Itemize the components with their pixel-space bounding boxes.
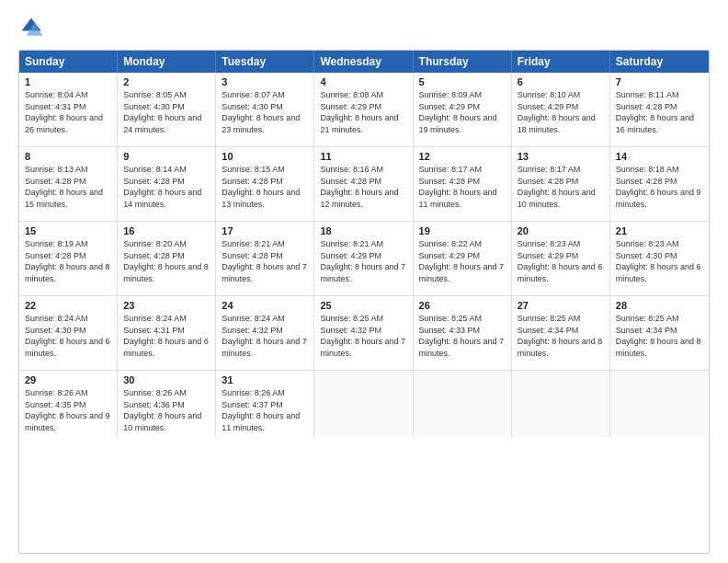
header-monday: Monday	[118, 51, 216, 73]
header-sunday: Sunday	[19, 51, 118, 73]
cell-info: Sunrise: 8:18 AM Sunset: 4:28 PM Dayligh…	[616, 164, 703, 210]
day-number: 4	[320, 76, 406, 87]
cell-info: Sunrise: 8:16 AM Sunset: 4:28 PM Dayligh…	[320, 164, 406, 210]
day-number: 9	[123, 151, 210, 162]
calendar-row-2: 8Sunrise: 8:13 AM Sunset: 4:28 PM Daylig…	[19, 146, 709, 221]
calendar-body: 1Sunrise: 8:04 AM Sunset: 4:31 PM Daylig…	[19, 73, 709, 437]
calendar-cell: 15Sunrise: 8:19 AM Sunset: 4:28 PM Dayli…	[19, 222, 118, 295]
day-number: 2	[123, 76, 210, 87]
day-number: 15	[25, 225, 111, 236]
calendar-header: Sunday Monday Tuesday Wednesday Thursday…	[19, 51, 709, 73]
day-number: 5	[419, 76, 506, 87]
calendar-cell: 27Sunrise: 8:25 AM Sunset: 4:34 PM Dayli…	[512, 296, 610, 370]
day-number: 16	[123, 225, 210, 236]
calendar-row-4: 22Sunrise: 8:24 AM Sunset: 4:30 PM Dayli…	[19, 295, 709, 370]
calendar-cell: 9Sunrise: 8:14 AM Sunset: 4:28 PM Daylig…	[118, 147, 216, 221]
calendar-cell: 17Sunrise: 8:21 AM Sunset: 4:28 PM Dayli…	[216, 222, 314, 295]
day-number: 7	[616, 76, 703, 87]
calendar-cell: 25Sunrise: 8:25 AM Sunset: 4:32 PM Dayli…	[314, 296, 413, 370]
calendar-cell: 13Sunrise: 8:17 AM Sunset: 4:28 PM Dayli…	[512, 147, 610, 221]
calendar-row-5: 29Sunrise: 8:26 AM Sunset: 4:35 PM Dayli…	[19, 370, 709, 437]
cell-info: Sunrise: 8:25 AM Sunset: 4:34 PM Dayligh…	[616, 313, 703, 359]
page: Sunday Monday Tuesday Wednesday Thursday…	[0, 0, 728, 563]
cell-info: Sunrise: 8:17 AM Sunset: 4:28 PM Dayligh…	[419, 164, 506, 210]
cell-info: Sunrise: 8:26 AM Sunset: 4:37 PM Dayligh…	[222, 387, 308, 433]
calendar-cell	[414, 371, 512, 437]
cell-info: Sunrise: 8:23 AM Sunset: 4:29 PM Dayligh…	[518, 238, 604, 284]
day-number: 23	[123, 300, 210, 311]
calendar-cell: 22Sunrise: 8:24 AM Sunset: 4:30 PM Dayli…	[19, 296, 118, 370]
header	[18, 15, 710, 40]
logo	[18, 15, 48, 40]
cell-info: Sunrise: 8:24 AM Sunset: 4:32 PM Dayligh…	[222, 313, 308, 359]
cell-info: Sunrise: 8:22 AM Sunset: 4:29 PM Dayligh…	[419, 238, 506, 284]
day-number: 1	[25, 76, 111, 87]
calendar: Sunday Monday Tuesday Wednesday Thursday…	[18, 50, 710, 554]
logo-icon	[18, 15, 44, 40]
day-number: 26	[419, 300, 506, 311]
day-number: 27	[518, 300, 604, 311]
cell-info: Sunrise: 8:09 AM Sunset: 4:29 PM Dayligh…	[419, 89, 506, 135]
calendar-cell: 10Sunrise: 8:15 AM Sunset: 4:28 PM Dayli…	[216, 147, 314, 221]
calendar-cell: 29Sunrise: 8:26 AM Sunset: 4:35 PM Dayli…	[19, 371, 118, 437]
cell-info: Sunrise: 8:19 AM Sunset: 4:28 PM Dayligh…	[25, 238, 111, 284]
day-number: 8	[25, 151, 111, 162]
day-number: 6	[518, 76, 604, 87]
calendar-cell: 16Sunrise: 8:20 AM Sunset: 4:28 PM Dayli…	[118, 222, 216, 295]
calendar-row-3: 15Sunrise: 8:19 AM Sunset: 4:28 PM Dayli…	[19, 221, 709, 295]
calendar-cell: 4Sunrise: 8:08 AM Sunset: 4:29 PM Daylig…	[314, 73, 413, 146]
calendar-cell: 26Sunrise: 8:25 AM Sunset: 4:33 PM Dayli…	[414, 296, 512, 370]
cell-info: Sunrise: 8:21 AM Sunset: 4:29 PM Dayligh…	[320, 238, 406, 284]
header-saturday: Saturday	[610, 51, 709, 73]
calendar-cell: 14Sunrise: 8:18 AM Sunset: 4:28 PM Dayli…	[610, 147, 709, 221]
day-number: 28	[616, 300, 703, 311]
cell-info: Sunrise: 8:23 AM Sunset: 4:30 PM Dayligh…	[616, 238, 703, 284]
cell-info: Sunrise: 8:20 AM Sunset: 4:28 PM Dayligh…	[123, 238, 210, 284]
day-number: 11	[320, 151, 406, 162]
cell-info: Sunrise: 8:26 AM Sunset: 4:36 PM Dayligh…	[123, 387, 210, 433]
calendar-cell: 31Sunrise: 8:26 AM Sunset: 4:37 PM Dayli…	[216, 371, 314, 437]
day-number: 18	[320, 225, 406, 236]
calendar-cell	[314, 371, 413, 437]
calendar-cell: 18Sunrise: 8:21 AM Sunset: 4:29 PM Dayli…	[314, 222, 413, 295]
cell-info: Sunrise: 8:26 AM Sunset: 4:35 PM Dayligh…	[25, 387, 111, 433]
calendar-cell: 12Sunrise: 8:17 AM Sunset: 4:28 PM Dayli…	[414, 147, 512, 221]
cell-info: Sunrise: 8:13 AM Sunset: 4:28 PM Dayligh…	[25, 164, 111, 210]
day-number: 31	[222, 374, 308, 385]
day-number: 12	[419, 151, 506, 162]
calendar-cell: 2Sunrise: 8:05 AM Sunset: 4:30 PM Daylig…	[118, 73, 216, 146]
header-tuesday: Tuesday	[216, 51, 314, 73]
day-number: 30	[123, 374, 210, 385]
day-number: 14	[616, 151, 703, 162]
day-number: 29	[25, 374, 111, 385]
cell-info: Sunrise: 8:10 AM Sunset: 4:29 PM Dayligh…	[518, 89, 604, 135]
calendar-cell	[610, 371, 709, 437]
cell-info: Sunrise: 8:14 AM Sunset: 4:28 PM Dayligh…	[123, 164, 210, 210]
header-friday: Friday	[512, 51, 610, 73]
cell-info: Sunrise: 8:17 AM Sunset: 4:28 PM Dayligh…	[518, 164, 604, 210]
calendar-cell: 28Sunrise: 8:25 AM Sunset: 4:34 PM Dayli…	[610, 296, 709, 370]
header-thursday: Thursday	[414, 51, 512, 73]
cell-info: Sunrise: 8:25 AM Sunset: 4:34 PM Dayligh…	[518, 313, 604, 359]
day-number: 13	[518, 151, 604, 162]
cell-info: Sunrise: 8:24 AM Sunset: 4:30 PM Dayligh…	[25, 313, 111, 359]
calendar-cell: 24Sunrise: 8:24 AM Sunset: 4:32 PM Dayli…	[216, 296, 314, 370]
cell-info: Sunrise: 8:25 AM Sunset: 4:33 PM Dayligh…	[419, 313, 506, 359]
calendar-cell: 5Sunrise: 8:09 AM Sunset: 4:29 PM Daylig…	[414, 73, 512, 146]
day-number: 24	[222, 300, 308, 311]
day-number: 10	[222, 151, 308, 162]
calendar-cell: 1Sunrise: 8:04 AM Sunset: 4:31 PM Daylig…	[19, 73, 118, 146]
calendar-cell: 11Sunrise: 8:16 AM Sunset: 4:28 PM Dayli…	[314, 147, 413, 221]
day-number: 21	[616, 225, 703, 236]
calendar-cell: 20Sunrise: 8:23 AM Sunset: 4:29 PM Dayli…	[512, 222, 610, 295]
cell-info: Sunrise: 8:11 AM Sunset: 4:28 PM Dayligh…	[616, 89, 703, 135]
cell-info: Sunrise: 8:08 AM Sunset: 4:29 PM Dayligh…	[320, 89, 406, 135]
cell-info: Sunrise: 8:07 AM Sunset: 4:30 PM Dayligh…	[222, 89, 308, 135]
calendar-cell: 3Sunrise: 8:07 AM Sunset: 4:30 PM Daylig…	[216, 73, 314, 146]
day-number: 3	[222, 76, 308, 87]
day-number: 25	[320, 300, 406, 311]
cell-info: Sunrise: 8:21 AM Sunset: 4:28 PM Dayligh…	[222, 238, 308, 284]
calendar-cell	[512, 371, 610, 437]
day-number: 17	[222, 225, 308, 236]
calendar-row-1: 1Sunrise: 8:04 AM Sunset: 4:31 PM Daylig…	[19, 73, 709, 146]
